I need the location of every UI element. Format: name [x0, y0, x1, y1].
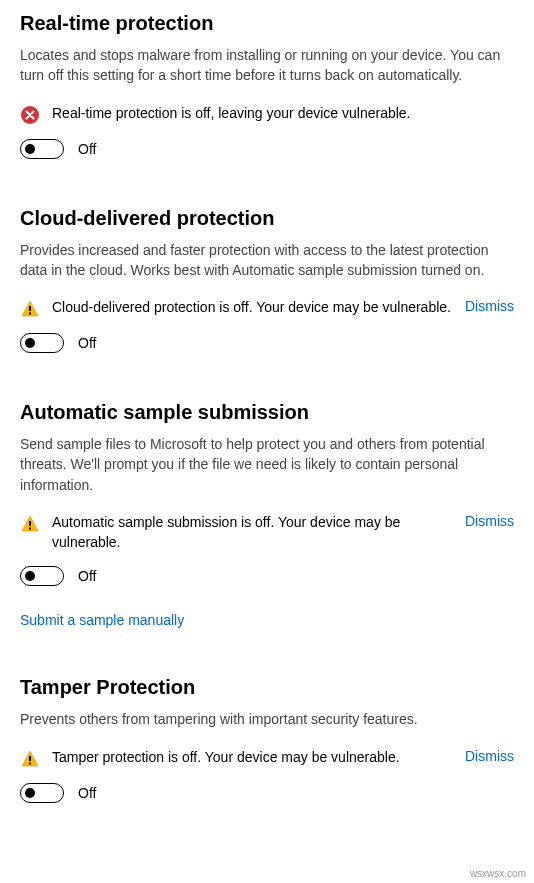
realtime-description: Locates and stops malware from installin… [20, 45, 514, 86]
section-realtime-protection: Real-time protection Locates and stops m… [20, 12, 514, 159]
svg-rect-3 [29, 521, 31, 526]
error-icon [20, 105, 40, 125]
toggle-knob [25, 788, 35, 798]
tamper-toggle-row: Off [20, 783, 514, 803]
cloud-dismiss-link[interactable]: Dismiss [465, 298, 514, 314]
cloud-alert-text: Cloud-delivered protection is off. Your … [52, 298, 453, 318]
section-cloud-protection: Cloud-delivered protection Provides incr… [20, 207, 514, 354]
svg-rect-2 [29, 313, 31, 315]
section-tamper-protection: Tamper Protection Prevents others from t… [20, 676, 514, 802]
svg-rect-4 [29, 528, 31, 530]
toggle-knob [25, 144, 35, 154]
realtime-title: Real-time protection [20, 12, 514, 35]
realtime-toggle-label: Off [78, 141, 96, 157]
section-sample-submission: Automatic sample submission Send sample … [20, 401, 514, 628]
realtime-alert-row: Real-time protection is off, leaving you… [20, 104, 514, 125]
sample-toggle-row: Off [20, 566, 514, 586]
tamper-title: Tamper Protection [20, 676, 514, 699]
tamper-dismiss-link[interactable]: Dismiss [465, 748, 514, 764]
cloud-title: Cloud-delivered protection [20, 207, 514, 230]
tamper-description: Prevents others from tampering with impo… [20, 709, 514, 729]
realtime-toggle[interactable] [20, 139, 64, 159]
warning-icon [20, 299, 40, 319]
realtime-alert-text: Real-time protection is off, leaving you… [52, 104, 514, 124]
toggle-knob [25, 571, 35, 581]
sample-toggle[interactable] [20, 566, 64, 586]
submit-sample-manually-link[interactable]: Submit a sample manually [20, 612, 184, 628]
sample-alert-text: Automatic sample submission is off. Your… [52, 513, 453, 552]
tamper-alert-text: Tamper protection is off. Your device ma… [52, 748, 453, 768]
svg-rect-5 [29, 756, 31, 761]
svg-rect-1 [29, 306, 31, 311]
cloud-toggle-row: Off [20, 333, 514, 353]
cloud-toggle[interactable] [20, 333, 64, 353]
sample-alert-row: Automatic sample submission is off. Your… [20, 513, 514, 552]
svg-rect-6 [29, 762, 31, 764]
tamper-toggle-label: Off [78, 785, 96, 801]
tamper-alert-row: Tamper protection is off. Your device ma… [20, 748, 514, 769]
warning-icon [20, 514, 40, 534]
warning-icon [20, 749, 40, 769]
toggle-knob [25, 338, 35, 348]
sample-title: Automatic sample submission [20, 401, 514, 424]
sample-dismiss-link[interactable]: Dismiss [465, 513, 514, 529]
sample-toggle-label: Off [78, 568, 96, 584]
cloud-alert-row: Cloud-delivered protection is off. Your … [20, 298, 514, 319]
tamper-toggle[interactable] [20, 783, 64, 803]
realtime-toggle-row: Off [20, 139, 514, 159]
sample-description: Send sample files to Microsoft to help p… [20, 434, 514, 495]
cloud-toggle-label: Off [78, 335, 96, 351]
cloud-description: Provides increased and faster protection… [20, 240, 514, 281]
